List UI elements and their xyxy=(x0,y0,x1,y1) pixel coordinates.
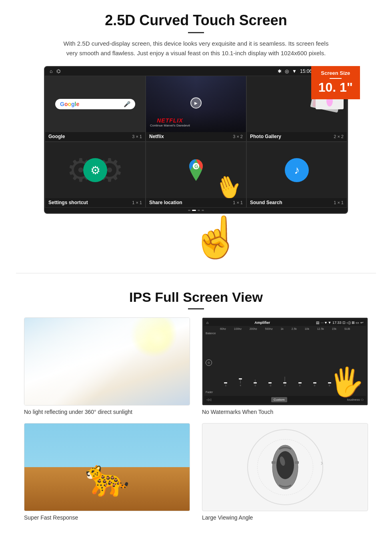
app-cell-google[interactable]: Google 🎤 Google 3 × 1 xyxy=(45,76,146,142)
netflix-label-row: Netflix 3 × 2 xyxy=(146,132,246,141)
section1-title: 2.5D Curved Touch Screen xyxy=(24,12,368,29)
android-device: ⌂ ⌬ ✱ ◎ ▼ 15:06 ⊡ ◁) ⊠ ▭ xyxy=(44,66,348,214)
dot-1 xyxy=(188,210,190,211)
amp-eq-area: Balance ◎ Fader xyxy=(204,331,366,394)
settings-bg: ⚙⚙ ⚙ xyxy=(45,142,145,198)
eq-bar-7: 0 xyxy=(308,382,322,387)
netflix-logo-text: NETFLIX xyxy=(150,117,190,124)
hand-touch-wrapper: ☝ xyxy=(0,214,392,261)
app-grid-row2: ⚙⚙ ⚙ Settings shortcut 1 × 1 xyxy=(45,142,347,208)
eq-bar-5: 0 xyxy=(278,377,292,387)
sound-search-cell-inner: ♪ xyxy=(247,142,347,198)
gallery-app-name: Photo Gallery xyxy=(250,134,281,139)
section2-title: IPS Full Screen View xyxy=(24,289,368,305)
app-cell-settings[interactable]: ⚙⚙ ⚙ Settings shortcut 1 × 1 xyxy=(45,142,146,208)
google-search-bar[interactable]: Google 🎤 xyxy=(55,99,135,109)
usb-icon: ⌬ xyxy=(56,68,60,74)
settings-icon-circle: ⚙ xyxy=(83,158,107,182)
gmaps-icon: G xyxy=(186,159,206,181)
google-cell-inner: Google 🎤 xyxy=(45,76,145,132)
settings-app-size: 1 × 1 xyxy=(132,200,142,205)
amp-title: Amplifier xyxy=(254,321,270,325)
eq-bar-4: -3 xyxy=(263,382,277,387)
screen-size-badge: Screen Size 10. 1" xyxy=(311,66,360,99)
badge-divider xyxy=(330,78,342,79)
amp-knob: ◎ xyxy=(206,359,212,366)
car-view-container: › xyxy=(245,427,325,507)
settings-cell-inner: ⚙⚙ ⚙ xyxy=(45,142,145,198)
wifi-icon: ▼ xyxy=(292,68,297,74)
dot-4 xyxy=(202,210,204,211)
eq-bar-6: 0 xyxy=(293,382,306,387)
home-icon[interactable]: ⌂ xyxy=(50,68,52,74)
netflix-logo-area: NETFLIX Continue Marvel's Daredevil xyxy=(150,117,190,127)
dot-2-active xyxy=(192,210,196,211)
light-ray xyxy=(24,318,190,405)
sound-search-app-name: Sound Search xyxy=(250,200,282,205)
eq-bar-3: 0 xyxy=(248,379,262,387)
feature-car: › Large Viewing Angle xyxy=(202,423,368,521)
badge-size: 10. 1" xyxy=(318,81,353,94)
share-location-app-size: 1 × 1 xyxy=(233,200,243,205)
netflix-play-btn[interactable]: ▶ xyxy=(190,97,202,108)
share-location-label-row: Share location 1 × 1 xyxy=(146,198,246,207)
feature-caption-car: Large Viewing Angle xyxy=(202,514,368,521)
gear-icon: ⚙ xyxy=(90,164,100,177)
google-label-row: Google 3 × 1 xyxy=(45,132,145,141)
location-icon: ◎ xyxy=(285,68,289,74)
google-bg: Google 🎤 xyxy=(45,76,145,132)
title-divider xyxy=(188,32,204,33)
section-ips: IPS Full Screen View No light reflecting… xyxy=(0,285,392,533)
section-divider xyxy=(16,273,376,273)
netflix-bg: ▶ NETFLIX Continue Marvel's Daredevil xyxy=(146,76,246,132)
badge-label: Screen Size xyxy=(318,70,353,76)
amp-freq-labels: 60hz100hz200hz500hz1k2.5k10k12.5k15kSUB xyxy=(204,327,366,331)
section2-title-divider xyxy=(188,308,204,309)
amp-screen: ⌂ Amplifier ▤ ··· ♥ ▼ 17:33 ⊡ ◁) ⊠ ▭ ↩ 6… xyxy=(202,318,368,405)
section-curved-screen: 2.5D Curved Touch Screen With 2.5D curve… xyxy=(0,0,392,222)
status-bar: ⌂ ⌬ ✱ ◎ ▼ 15:06 ⊡ ◁) ⊠ ▭ xyxy=(45,67,347,76)
feature-amplifier: ⌂ Amplifier ▤ ··· ♥ ▼ 17:33 ⊡ ◁) ⊠ ▭ ↩ 6… xyxy=(202,317,368,415)
share-location-app-name: Share location xyxy=(149,200,182,205)
google-app-name: Google xyxy=(48,134,65,139)
feature-cheetah: 🐆 Super Fast Response xyxy=(24,423,190,521)
google-mic-icon[interactable]: 🎤 xyxy=(124,101,130,107)
pointing-hand: 🤚 xyxy=(211,170,246,198)
app-cell-share-location[interactable]: G 🤚 Share location 1 × 1 xyxy=(146,142,246,208)
car-direction-arrow: › xyxy=(321,459,323,467)
settings-app-name: Settings shortcut xyxy=(48,200,88,205)
amp-home-icon: ⌂ xyxy=(206,321,208,325)
amp-side-labels: Balance ◎ Fader xyxy=(204,331,218,394)
app-grid-row1: Google 🎤 Google 3 × 1 xyxy=(45,76,347,142)
feature-caption-amplifier: No Watermarks When Touch xyxy=(202,409,368,415)
gallery-app-size: 2 × 2 xyxy=(334,134,344,139)
dot-3 xyxy=(198,210,200,211)
feature-image-cheetah: 🐆 xyxy=(24,423,190,511)
amp-loudness: loudness ⬭ xyxy=(347,398,364,402)
svg-text:G: G xyxy=(194,164,198,169)
cheetah-animal: 🐆 xyxy=(85,457,130,499)
netflix-app-name: Netflix xyxy=(149,134,164,139)
google-logo: Google xyxy=(60,100,79,108)
eq-bar-1: 3 xyxy=(219,382,232,387)
feature-sunlight: No light reflecting under 360° direct su… xyxy=(24,317,190,415)
netflix-cell-inner: ▶ NETFLIX Continue Marvel's Daredevil xyxy=(146,76,246,132)
app-cell-sound-search[interactable]: ♪ Sound Search 1 × 1 xyxy=(246,142,347,208)
sound-search-bg: ♪ xyxy=(247,142,347,198)
netflix-sub-text: Continue Marvel's Daredevil xyxy=(150,124,190,127)
share-location-bg: G 🤚 xyxy=(146,142,246,198)
feature-image-amplifier: ⌂ Amplifier ▤ ··· ♥ ▼ 17:33 ⊡ ◁) ⊠ ▭ ↩ 6… xyxy=(202,317,368,405)
time-display: 15:06 xyxy=(300,68,312,74)
music-note-icon: ♪ xyxy=(294,164,300,177)
google-app-size: 3 × 1 xyxy=(132,134,142,139)
amp-header: ⌂ Amplifier ▤ ··· ♥ ▼ 17:33 ⊡ ◁) ⊠ ▭ ↩ xyxy=(204,319,366,326)
bluetooth-icon: ✱ xyxy=(278,68,282,74)
music-note-circle: ♪ xyxy=(285,158,309,182)
touch-hand-amp: 🖐 xyxy=(329,365,364,398)
app-cell-netflix[interactable]: ▶ NETFLIX Continue Marvel's Daredevil Ne… xyxy=(146,76,246,142)
section1-description: With 2.5D curved-display screen, this de… xyxy=(60,39,332,58)
feature-caption-cheetah: Super Fast Response xyxy=(24,514,190,521)
touch-hand-icon: ☝ xyxy=(40,214,392,261)
device-wrapper: Screen Size 10. 1" ⌂ ⌬ ✱ ◎ ▼ 15:06 ⊡ ◁) xyxy=(44,66,348,214)
sound-search-app-size: 1 × 1 xyxy=(334,200,344,205)
